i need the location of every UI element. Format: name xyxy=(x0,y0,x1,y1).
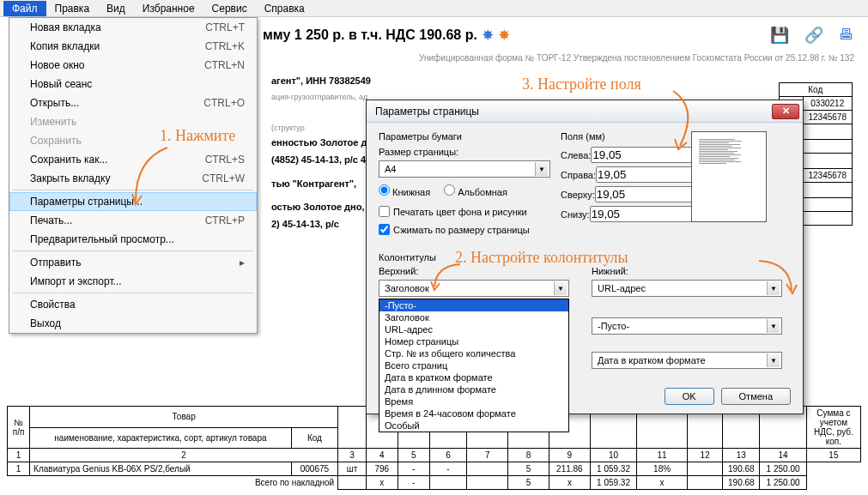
margin-left-label: Слева: xyxy=(561,150,591,160)
dropdown-option[interactable]: Особый xyxy=(379,420,568,432)
fragment-line1: енностью Золотое д xyxy=(271,137,367,148)
dialog-titlebar: Параметры страницы ✕ xyxy=(367,100,803,123)
menubar: Файл Правка Вид Избранное Сервис Справка xyxy=(0,0,868,17)
menu-item: Изменить xyxy=(9,112,257,131)
dropdown-option[interactable]: Дата в кратком формате xyxy=(379,371,568,383)
footer-combo-2[interactable]: -Пусто-▼ xyxy=(592,317,782,335)
rosette-orange-icon: ✸ xyxy=(499,27,510,43)
dropdown-option[interactable]: Всего страниц xyxy=(379,359,568,371)
dialog-title-text: Параметры страницы xyxy=(375,106,479,118)
menu-item[interactable]: Отправить▸ xyxy=(9,253,257,272)
page-preview xyxy=(691,131,767,222)
file-menu-dropdown: Новая вкладкаCTRL+TКопия вкладкиCTRL+KНо… xyxy=(9,17,258,334)
margin-right-label: Справа: xyxy=(561,170,596,180)
print-bg-checkbox[interactable]: Печатать цвет фона и рисунки xyxy=(379,204,550,219)
chevron-down-icon: ▼ xyxy=(767,319,780,333)
dropdown-option[interactable]: Время xyxy=(379,395,568,407)
menu-item[interactable]: Новое окноCTRL+N xyxy=(9,56,257,75)
menu-service[interactable]: Сервис xyxy=(203,1,256,16)
ok-button[interactable]: OK xyxy=(665,388,714,405)
margin-top-label: Сверху: xyxy=(561,190,595,200)
menu-item[interactable]: Выход xyxy=(9,314,257,333)
header-dropdown-list: -Пусто-ЗаголовокURL-адресНомер страницыС… xyxy=(379,299,569,432)
menu-help[interactable]: Справка xyxy=(256,1,313,16)
dropdown-option[interactable]: Заголовок xyxy=(379,311,568,323)
footer-combo-3[interactable]: Дата в кратком формате▼ xyxy=(592,352,782,369)
header-combo-1[interactable]: Заголовок▼ xyxy=(379,280,569,297)
menu-item[interactable]: Параметры страницы... xyxy=(9,192,257,211)
margin-bottom-label: Снизу: xyxy=(561,209,590,220)
menu-file[interactable]: Файл xyxy=(3,1,46,16)
menu-favorites[interactable]: Избранное xyxy=(134,1,203,16)
fragment-line2: тью "Контрагент", xyxy=(271,178,356,189)
dropdown-option[interactable]: URL-адрес xyxy=(379,323,568,335)
orientation-landscape[interactable]: Альбомная xyxy=(444,184,507,197)
chevron-down-icon: ▼ xyxy=(767,281,780,295)
rosette-blue-icon: ✸ xyxy=(483,27,494,43)
chevron-down-icon: ▼ xyxy=(767,353,780,367)
menu-item: Сохранить xyxy=(9,131,257,150)
menu-item[interactable]: Сохранить как...CTRL+S xyxy=(9,150,257,169)
shrink-to-fit-checkbox[interactable]: Сжимать по размеру страницы xyxy=(379,222,550,237)
menu-item[interactable]: Свойства xyxy=(9,295,257,314)
chevron-down-icon: ▼ xyxy=(554,281,567,295)
table-row: 1Клавиатура Genius KB-06X PS/2,белый0006… xyxy=(8,462,861,476)
page-setup-dialog: Параметры страницы ✕ Параметры бумаги Ра… xyxy=(366,100,804,414)
cancel-button[interactable]: Отмена xyxy=(721,388,791,405)
menu-item[interactable]: Печать...CTRL+P xyxy=(9,211,257,230)
paper-group-label: Параметры бумаги xyxy=(379,131,550,142)
footer-combo-1[interactable]: URL-адрес▼ xyxy=(592,280,782,297)
fragment-line1b: (4852) 45-14-13, р/с 4 xyxy=(271,154,366,165)
fragment-line3: остью Золотое дно, И xyxy=(271,202,373,212)
margins-group-label: Поля (мм) xyxy=(561,131,681,142)
chevron-down-icon: ▼ xyxy=(535,162,548,176)
dropdown-option[interactable]: Время в 24-часовом формате xyxy=(379,407,568,420)
header-label: Верхний: xyxy=(379,266,569,276)
orientation-portrait[interactable]: Книжная xyxy=(379,184,430,197)
menu-item[interactable]: Импорт и экспорт... xyxy=(9,272,257,291)
dropdown-option[interactable]: Стр. № из общего количества xyxy=(379,347,568,359)
dropdown-option[interactable]: -Пусто- xyxy=(379,299,568,311)
menu-item[interactable]: Закрыть вкладкуCTRL+W xyxy=(9,169,257,188)
footer-label: Нижний: xyxy=(592,266,782,276)
menu-view[interactable]: Вид xyxy=(98,1,134,16)
page-size-label: Размер страницы: xyxy=(379,147,550,157)
headers-footers-label: Колонтитулы xyxy=(379,252,791,263)
print-icon[interactable]: 🖶 xyxy=(839,26,854,45)
dropdown-option[interactable]: Дата в длинном формате xyxy=(379,383,568,395)
fragment-contr: агент", ИНН 78382549 xyxy=(271,75,371,86)
summary-text: мму 1 250 р. в т.ч. НДС 190.68 р. xyxy=(263,27,477,43)
close-icon[interactable]: ✕ xyxy=(772,104,799,119)
menu-item[interactable]: Открыть...CTRL+O xyxy=(9,94,257,112)
menu-item[interactable]: Предварительный просмотр... xyxy=(9,230,257,249)
fragment-line3b: 2) 45-14-13, р/с xyxy=(271,219,339,229)
menu-edit[interactable]: Правка xyxy=(46,1,99,16)
save-icon[interactable]: 💾 xyxy=(770,26,789,45)
menu-item[interactable]: Копия вкладкиCTRL+K xyxy=(9,37,257,56)
menu-item[interactable]: Новая вкладкаCTRL+T xyxy=(9,18,257,37)
menu-item[interactable]: Новый сеанс xyxy=(9,75,257,94)
page-size-combo[interactable]: A4▼ xyxy=(379,160,550,178)
dropdown-option[interactable]: Номер страницы xyxy=(379,335,568,347)
link-icon[interactable]: 🔗 xyxy=(804,26,823,45)
